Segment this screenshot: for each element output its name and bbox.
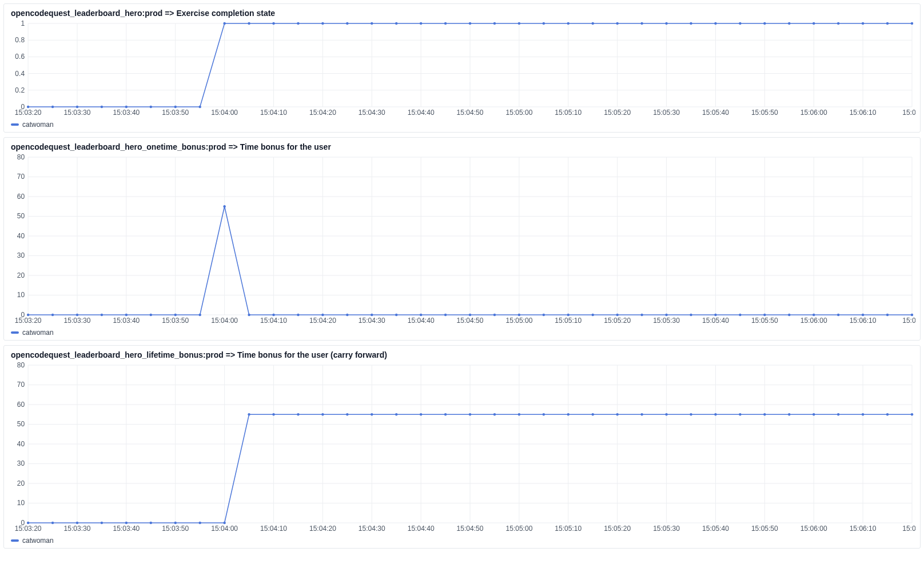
svg-text:15:04:00: 15:04:00 xyxy=(211,317,238,325)
svg-point-267 xyxy=(788,413,790,415)
svg-point-264 xyxy=(714,413,716,415)
svg-point-175 xyxy=(813,314,815,316)
svg-point-156 xyxy=(346,314,348,316)
svg-text:15:06:00: 15:06:00 xyxy=(800,109,827,117)
svg-point-65 xyxy=(395,22,397,25)
svg-point-170 xyxy=(690,314,692,316)
chart-area[interactable]: 0102030405060708015:03:2015:03:3015:03:4… xyxy=(9,362,915,535)
svg-point-154 xyxy=(297,314,299,316)
svg-point-236 xyxy=(27,522,29,524)
svg-text:80: 80 xyxy=(17,362,25,369)
svg-text:15:04:50: 15:04:50 xyxy=(457,317,484,325)
svg-point-77 xyxy=(690,22,692,25)
svg-text:0.2: 0.2 xyxy=(15,86,25,94)
svg-text:0.6: 0.6 xyxy=(15,53,25,61)
svg-text:40: 40 xyxy=(17,440,25,448)
svg-point-262 xyxy=(665,413,667,415)
svg-text:15:05:40: 15:05:40 xyxy=(702,109,729,117)
svg-text:15:06:00: 15:06:00 xyxy=(800,525,827,533)
svg-text:15:03:40: 15:03:40 xyxy=(113,109,140,117)
svg-point-265 xyxy=(739,413,741,415)
svg-text:15:03:40: 15:03:40 xyxy=(113,317,140,325)
svg-text:15:05:40: 15:05:40 xyxy=(702,317,729,325)
svg-point-172 xyxy=(739,314,741,316)
svg-point-246 xyxy=(272,413,274,415)
svg-text:70: 70 xyxy=(17,173,25,181)
svg-text:15:03:40: 15:03:40 xyxy=(113,525,140,533)
legend-label: catwoman xyxy=(22,329,54,337)
svg-point-70 xyxy=(518,22,520,25)
svg-point-179 xyxy=(911,314,913,316)
svg-point-269 xyxy=(837,413,839,415)
svg-point-51 xyxy=(51,106,54,108)
chart-area[interactable]: 0102030405060708015:03:2015:03:3015:03:4… xyxy=(9,154,915,327)
svg-point-169 xyxy=(665,314,667,316)
svg-text:15:04:40: 15:04:40 xyxy=(408,525,435,533)
svg-text:15:05:30: 15:05:30 xyxy=(653,109,680,117)
svg-point-150 xyxy=(199,314,201,316)
legend-label: catwoman xyxy=(22,537,54,545)
chart-area[interactable]: 00.20.40.60.8115:03:2015:03:3015:03:4015… xyxy=(9,20,915,119)
svg-point-55 xyxy=(150,106,152,108)
legend[interactable]: catwoman xyxy=(9,119,915,130)
svg-text:10: 10 xyxy=(17,499,25,507)
svg-point-83 xyxy=(837,22,839,25)
svg-point-158 xyxy=(395,314,397,316)
svg-point-160 xyxy=(444,314,447,316)
svg-point-60 xyxy=(272,22,274,25)
svg-text:40: 40 xyxy=(17,232,25,240)
svg-text:15:05:50: 15:05:50 xyxy=(751,109,778,117)
svg-text:0.4: 0.4 xyxy=(15,70,25,78)
svg-text:20: 20 xyxy=(17,479,25,487)
svg-point-58 xyxy=(223,22,225,25)
svg-point-178 xyxy=(886,314,889,316)
legend[interactable]: catwoman xyxy=(9,327,915,338)
legend[interactable]: catwoman xyxy=(9,535,915,546)
svg-text:15:04:20: 15:04:20 xyxy=(309,317,336,325)
panel-hero[interactable]: opencodequest_leaderboard_hero:prod => E… xyxy=(3,3,921,133)
svg-text:80: 80 xyxy=(17,154,25,161)
svg-text:15:04:30: 15:04:30 xyxy=(359,109,385,117)
svg-point-73 xyxy=(592,22,594,25)
svg-text:15:04:50: 15:04:50 xyxy=(457,109,484,117)
svg-point-164 xyxy=(543,314,545,316)
svg-point-263 xyxy=(690,413,692,415)
svg-text:15:05:00: 15:05:00 xyxy=(505,525,532,533)
svg-point-146 xyxy=(101,314,103,316)
svg-point-50 xyxy=(27,106,29,108)
svg-text:10: 10 xyxy=(17,291,25,299)
svg-point-177 xyxy=(862,314,864,316)
svg-point-163 xyxy=(518,314,520,316)
svg-point-237 xyxy=(51,522,54,524)
svg-point-155 xyxy=(321,314,324,316)
svg-point-250 xyxy=(371,413,373,415)
svg-text:0.8: 0.8 xyxy=(15,36,25,44)
svg-text:15:05:20: 15:05:20 xyxy=(604,317,631,325)
svg-point-67 xyxy=(444,22,447,25)
svg-text:15:04:40: 15:04:40 xyxy=(408,109,435,117)
svg-point-166 xyxy=(592,314,594,316)
svg-text:15:06:10: 15:06:10 xyxy=(850,525,877,533)
svg-point-151 xyxy=(223,205,225,207)
svg-point-66 xyxy=(420,22,422,25)
svg-text:15:05:40: 15:05:40 xyxy=(702,525,729,533)
svg-point-248 xyxy=(321,413,324,415)
svg-point-258 xyxy=(567,413,569,415)
svg-text:15:04:40: 15:04:40 xyxy=(408,317,435,325)
svg-point-266 xyxy=(763,413,766,415)
svg-point-52 xyxy=(76,106,78,108)
svg-text:15:05:30: 15:05:30 xyxy=(653,525,680,533)
panel-lifetime[interactable]: opencodequest_leaderboard_hero_lifetime_… xyxy=(3,345,921,549)
svg-point-69 xyxy=(493,22,496,25)
svg-text:15:05:10: 15:05:10 xyxy=(555,525,582,533)
svg-point-239 xyxy=(101,522,103,524)
svg-text:15:04:30: 15:04:30 xyxy=(359,525,385,533)
svg-point-148 xyxy=(150,314,152,316)
svg-text:15:03:20: 15:03:20 xyxy=(15,317,42,325)
svg-text:15:05:30: 15:05:30 xyxy=(653,317,680,325)
svg-text:15:04:20: 15:04:20 xyxy=(309,525,336,533)
panel-title: opencodequest_leaderboard_hero_onetime_b… xyxy=(9,141,915,154)
svg-text:15:05:50: 15:05:50 xyxy=(751,317,778,325)
svg-point-71 xyxy=(543,22,545,25)
panel-onetime[interactable]: opencodequest_leaderboard_hero_onetime_b… xyxy=(3,137,921,341)
